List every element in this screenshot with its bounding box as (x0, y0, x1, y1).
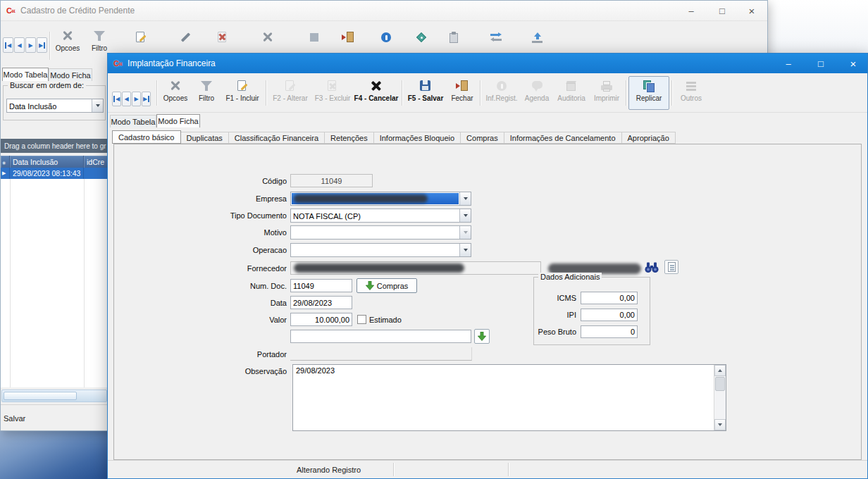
toolbar-excluir-button[interactable]: F3 - Excluir (312, 76, 353, 110)
toolbar-cancelar-button[interactable]: F4 - Cancelar (353, 76, 399, 110)
toolbar-outros-button[interactable]: Outros (674, 76, 708, 110)
tipo-documento-value: NOTA FISCAL (CP) (291, 209, 459, 222)
peso-bruto-value: 0 (631, 328, 635, 336)
binoculars-icon (644, 261, 659, 273)
dropdown-button[interactable] (459, 209, 471, 222)
grid-body[interactable] (1, 179, 108, 387)
auxiliar-arrow-button[interactable] (474, 329, 490, 344)
tab-cadastro-basico[interactable]: Cadastro básico (112, 130, 181, 144)
toolbar-alterar-button[interactable]: F2 - Alterar (268, 76, 312, 110)
bg-alterar-button[interactable] (178, 30, 194, 44)
bg-maximize-button[interactable]: □ (707, 1, 738, 21)
tipo-documento-combo[interactable]: NOTA FISCAL (CP) (290, 209, 471, 223)
fg-titlebar[interactable]: C« Implantação Financeira (108, 54, 867, 73)
empresa-combo[interactable] (290, 192, 471, 206)
bg-upload-button[interactable] (529, 30, 545, 44)
num-doc-field[interactable]: 11049 (290, 279, 352, 292)
observacao-memo[interactable]: 29/08/2023 (292, 364, 726, 431)
toolbar-incluir-button[interactable]: F1 - Incluir (221, 76, 264, 110)
memo-scrollbar[interactable] (714, 365, 726, 430)
ipi-value: 0,00 (620, 311, 635, 319)
bg-nav-next-button[interactable]: ▶ (25, 37, 36, 53)
grid-row-selected[interactable]: ▶ 29/08/2023 08:13:43 (1, 168, 108, 179)
operacao-combo[interactable] (290, 243, 471, 257)
search-order-combo[interactable]: Data Inclusão (6, 99, 104, 113)
icms-value: 0,00 (620, 294, 635, 302)
bg-nav-first-button[interactable]: ◀ (3, 37, 13, 53)
tab-retencoes[interactable]: Retenções (325, 132, 374, 144)
tab-modo-tabela[interactable]: Modo Tabela (110, 115, 156, 127)
data-value: 29/08/2023 (293, 299, 332, 307)
grid-column-data-inclusao[interactable]: Data Inclusão (10, 156, 84, 168)
bg-incluir-button[interactable] (133, 30, 149, 44)
scroll-up-button[interactable] (714, 365, 726, 376)
dropdown-button[interactable] (459, 192, 471, 205)
bg-filtro-button[interactable]: Filtro (84, 26, 115, 53)
scrollbar-thumb[interactable] (715, 377, 725, 391)
dropdown-button[interactable] (459, 244, 471, 256)
bg-tab-modo-tabela[interactable]: Modo Tabela (2, 68, 49, 81)
motivo-combo[interactable] (290, 225, 471, 240)
tab-apropriacao[interactable]: Apropriação (622, 132, 676, 144)
toolbar-infregist-button[interactable]: Inf.Regist. (483, 76, 521, 110)
tab-modo-ficha[interactable]: Modo Ficha (156, 114, 200, 127)
cell-idcre (84, 168, 108, 179)
printer-icon (599, 79, 614, 93)
estimado-checkbox[interactable] (357, 315, 366, 324)
nav-last-button[interactable]: ▶ (142, 92, 151, 106)
tab-compras[interactable]: Compras (461, 132, 504, 144)
tab-classificacao-financeira[interactable]: Classificação Financeira (229, 132, 325, 144)
upload-icon (529, 30, 545, 44)
bg-titlebar[interactable]: C« Cadastro de Crédito Pendente (1, 1, 767, 21)
data-field[interactable]: 29/08/2023 (290, 296, 352, 309)
tab-duplicatas[interactable]: Duplicatas (181, 132, 229, 144)
bg-nav-last-button[interactable]: ▶ (37, 37, 47, 53)
auxiliar-field[interactable] (290, 330, 471, 343)
toolbar-imprimir-button[interactable]: Imprimir (590, 76, 624, 110)
grid-horizontal-scrollbar[interactable] (1, 390, 107, 402)
toolbar-filtro-button[interactable]: Filtro (192, 76, 221, 110)
bg-minimize-button[interactable]: – (676, 1, 707, 21)
nav-prev-button[interactable]: ◀ (122, 92, 131, 106)
dropdown-button[interactable] (459, 226, 471, 239)
toolbar-opcoes-button[interactable]: Opcoes (159, 76, 192, 110)
toolbar-label: Auditoria (557, 94, 585, 102)
peso-bruto-field[interactable]: 0 (581, 325, 638, 338)
bg-fechar-button[interactable] (340, 30, 356, 44)
grid-column-idcre[interactable]: idCre (84, 156, 108, 168)
icms-field[interactable]: 0,00 (581, 292, 638, 304)
scroll-down-button[interactable] (714, 419, 726, 430)
redacted-text (294, 194, 428, 203)
nav-first-button[interactable]: ◀ (112, 92, 121, 106)
bg-parar-button[interactable] (306, 30, 322, 44)
bg-clipboard-button[interactable] (446, 30, 461, 44)
bg-tags-button[interactable] (414, 30, 429, 44)
ipi-field[interactable]: 0,00 (581, 309, 638, 321)
tab-informacoes-bloqueio[interactable]: Informações Bloqueio (374, 132, 461, 144)
toolbar-auditoria-button[interactable]: Auditoria (553, 76, 590, 110)
toolbar-replicar-button[interactable]: Replicar (628, 76, 669, 110)
bg-excluir-button[interactable] (215, 30, 230, 44)
bg-info-button[interactable] (378, 30, 394, 44)
bg-close-button[interactable]: × (736, 1, 767, 21)
compras-button[interactable]: Compras (356, 278, 417, 293)
bg-cancelar-button[interactable] (260, 30, 275, 44)
fornecedor-document-button[interactable] (664, 260, 678, 274)
bg-tab-modo-ficha[interactable]: Modo Ficha (49, 68, 92, 81)
bg-nav-prev-button[interactable]: ◀ (14, 37, 25, 53)
toolbar-agenda-button[interactable]: Agenda (521, 76, 553, 110)
toolbar-fechar-button[interactable]: Fechar (447, 76, 478, 110)
scrollbar-thumb[interactable] (4, 392, 77, 400)
toolbar-salvar-button[interactable]: F5 - Salvar (404, 76, 447, 110)
nav-next-button[interactable]: ▶ (132, 92, 141, 106)
fg-close-button[interactable]: × (838, 54, 868, 73)
fg-maximize-button[interactable]: □ (805, 54, 836, 73)
fornecedor-search-button[interactable] (644, 261, 659, 276)
bg-opcoes-button[interactable]: Opcoes (51, 26, 84, 53)
tab-informacoes-cancelamento[interactable]: Informações de Cancelamento (504, 132, 622, 144)
grid-group-hint-bar[interactable]: Drag a column header here to gr (1, 139, 108, 153)
valor-field[interactable]: 10.000,00 (290, 313, 352, 326)
dropdown-button[interactable] (92, 99, 103, 112)
bg-transfer-button[interactable] (488, 30, 504, 44)
fg-minimize-button[interactable]: – (773, 54, 804, 73)
